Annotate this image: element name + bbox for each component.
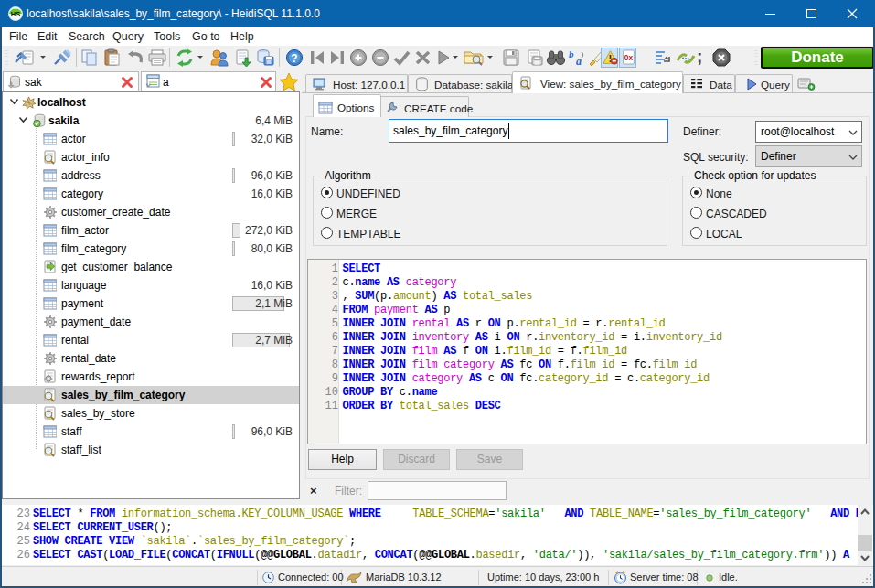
svg-text:?: ? — [291, 52, 297, 65]
svg-text:HS: HS — [11, 10, 20, 18]
svg-text:b: b — [569, 48, 574, 59]
svg-text:a: a — [576, 55, 582, 67]
svg-text:0x: 0x — [624, 53, 634, 62]
